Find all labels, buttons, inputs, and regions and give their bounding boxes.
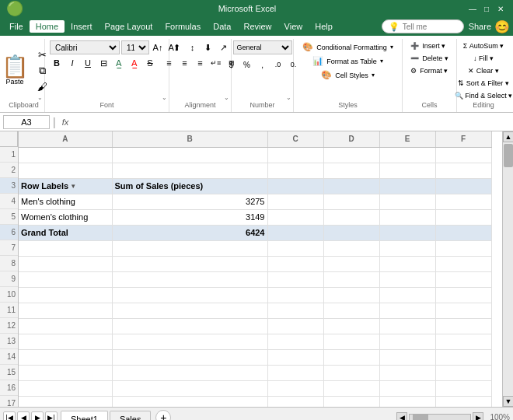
cell-D17[interactable]: [323, 396, 379, 407]
row-3[interactable]: 3: [0, 178, 18, 194]
cell-D14[interactable]: [323, 349, 379, 365]
scroll-thumb-v[interactable]: [504, 144, 513, 167]
cell-A4[interactable]: Men's clothing: [19, 194, 112, 209]
dropdown-arrow-icon[interactable]: ▼: [70, 183, 76, 190]
cell-A12[interactable]: [19, 318, 112, 334]
account-icon[interactable]: 😊: [494, 19, 510, 34]
row-2[interactable]: 2: [0, 163, 18, 178]
fill-button[interactable]: ↓ Fill ▾: [469, 53, 497, 64]
menu-page-layout[interactable]: Page Layout: [99, 20, 159, 33]
cell-A3[interactable]: Row Labels ▼: [19, 178, 112, 194]
row-11[interactable]: 11: [0, 303, 18, 318]
cell-F12[interactable]: [435, 318, 491, 334]
cell-styles-button[interactable]: 🎨 Cell Styles ▾: [317, 68, 379, 82]
cell-C9[interactable]: [267, 271, 323, 287]
cell-C4[interactable]: [267, 194, 323, 209]
cell-A14[interactable]: [19, 349, 112, 365]
percent-button[interactable]: %: [240, 58, 254, 72]
cell-E7[interactable]: [379, 240, 435, 256]
cell-C15[interactable]: [267, 365, 323, 380]
cell-F10[interactable]: [435, 287, 491, 303]
cell-D8[interactable]: [323, 256, 379, 271]
delete-cells-button[interactable]: ➖ Delete ▾: [407, 53, 452, 64]
cell-D16[interactable]: [323, 380, 379, 396]
cell-C12[interactable]: [267, 318, 323, 334]
row-14[interactable]: 14: [0, 349, 18, 365]
bold-button[interactable]: B: [50, 56, 64, 70]
cell-F9[interactable]: [435, 271, 491, 287]
cell-E2[interactable]: [379, 163, 435, 178]
cell-F14[interactable]: [435, 349, 491, 365]
cell-E15[interactable]: [379, 365, 435, 380]
tab-nav-prev[interactable]: ◀: [17, 411, 30, 421]
cell-C1[interactable]: [267, 147, 323, 163]
row-13[interactable]: 13: [0, 334, 18, 349]
cell-E1[interactable]: [379, 147, 435, 163]
tab-nav-last[interactable]: ▶|: [45, 411, 58, 421]
row-1[interactable]: 1: [0, 147, 18, 163]
cell-E16[interactable]: [379, 380, 435, 396]
cell-E8[interactable]: [379, 256, 435, 271]
comma-button[interactable]: ,: [256, 58, 270, 72]
align-top-button[interactable]: ⬆: [170, 40, 184, 54]
cell-E5[interactable]: [379, 209, 435, 225]
menu-view[interactable]: View: [278, 20, 309, 33]
number-format-select[interactable]: General: [233, 40, 292, 54]
scroll-up-button[interactable]: ▲: [503, 131, 513, 142]
row-6[interactable]: 6: [0, 225, 18, 240]
scroll-down-button[interactable]: ▼: [503, 396, 513, 407]
row-5[interactable]: 5: [0, 209, 18, 225]
clipboard-expander[interactable]: ⌄: [37, 94, 43, 101]
font-size-select[interactable]: 11: [121, 40, 149, 54]
share-button[interactable]: Share: [469, 22, 491, 31]
sort-filter-button[interactable]: ⇅ Sort & Filter ▾: [454, 78, 513, 89]
cell-C17[interactable]: [267, 396, 323, 407]
cell-D2[interactable]: [323, 163, 379, 178]
cell-B13[interactable]: [112, 334, 267, 349]
cell-A13[interactable]: [19, 334, 112, 349]
align-middle-button[interactable]: ↕: [186, 40, 200, 54]
tab-nav-first[interactable]: |◀: [3, 411, 16, 421]
scroll-thumb-h[interactable]: [413, 415, 428, 421]
cell-F17[interactable]: [435, 396, 491, 407]
cell-C2[interactable]: [267, 163, 323, 178]
cell-C13[interactable]: [267, 334, 323, 349]
cell-C7[interactable]: [267, 240, 323, 256]
formula-input[interactable]: [75, 115, 510, 129]
sheet-tab-sheet1[interactable]: Sheet1: [61, 411, 108, 420]
row-9[interactable]: 9: [0, 271, 18, 287]
currency-button[interactable]: $: [225, 58, 239, 72]
font-name-select[interactable]: Calibri: [50, 40, 120, 54]
cell-E6[interactable]: [379, 225, 435, 240]
cell-B12[interactable]: [112, 318, 267, 334]
cell-C11[interactable]: [267, 303, 323, 318]
menu-insert[interactable]: Insert: [65, 20, 99, 33]
cell-F3[interactable]: [435, 178, 491, 194]
row-16[interactable]: 16: [0, 380, 18, 396]
sheet-tab-sales[interactable]: Sales: [110, 411, 152, 420]
col-header-B[interactable]: B: [112, 131, 267, 147]
underline-button[interactable]: U: [81, 56, 95, 70]
cell-E11[interactable]: [379, 303, 435, 318]
col-header-A[interactable]: A: [19, 131, 112, 147]
cell-B1[interactable]: [112, 147, 267, 163]
cell-D10[interactable]: [323, 287, 379, 303]
cell-D5[interactable]: [323, 209, 379, 225]
cell-E3[interactable]: [379, 178, 435, 194]
cell-A17[interactable]: [19, 396, 112, 407]
cell-D4[interactable]: [323, 194, 379, 209]
cell-E14[interactable]: [379, 349, 435, 365]
cell-B7[interactable]: [112, 240, 267, 256]
cell-A8[interactable]: [19, 256, 112, 271]
row-8[interactable]: 8: [0, 256, 18, 271]
cell-A9[interactable]: [19, 271, 112, 287]
borders-button[interactable]: ⊟: [96, 56, 110, 70]
cell-F2[interactable]: [435, 163, 491, 178]
autosum-button[interactable]: Σ AutoSum ▾: [459, 40, 508, 51]
cell-F7[interactable]: [435, 240, 491, 256]
align-right-button[interactable]: ≡: [194, 56, 208, 70]
cell-F1[interactable]: [435, 147, 491, 163]
wrap-text-button[interactable]: ↵≡: [209, 56, 223, 70]
format-cells-button[interactable]: ⚙ Format ▾: [407, 65, 452, 76]
cell-B11[interactable]: [112, 303, 267, 318]
